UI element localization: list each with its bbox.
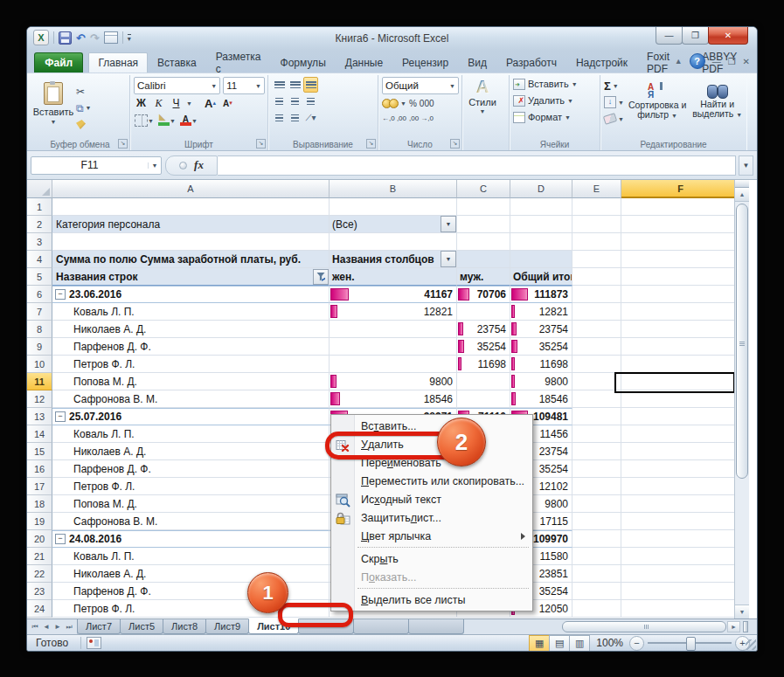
cell-B11[interactable]: 9800 [330,373,457,390]
row-header-2[interactable]: 2 [27,216,52,233]
font-size-combo[interactable]: 11▼ [223,77,265,94]
cell-C8[interactable]: 23754 [457,321,510,338]
ribbon-tab-Формулы[interactable]: Формулы [271,52,336,73]
dialog-launcher-icon[interactable]: ↘ [256,139,266,149]
workbook-restore-icon[interactable]: ❐ [728,57,736,66]
cell-E8[interactable] [572,321,621,338]
cell-C7[interactable] [457,303,510,321]
cell-F7[interactable] [621,303,734,321]
cell-A16[interactable]: Парфенов Д. Ф. [52,460,330,478]
cell-D6[interactable]: 111873 [510,286,572,303]
cell-A19[interactable]: Сафронова В. М. [52,513,330,530]
record-macro-icon[interactable] [87,637,101,649]
cell-A2[interactable]: Категория персонала [52,216,330,233]
sort-filter-button[interactable]: АЯ Сортировка и фильтр ▼ [628,77,687,126]
format-painter-button[interactable] [76,118,92,132]
dialog-launcher-icon[interactable]: ↘ [366,139,376,149]
cell-E10[interactable] [572,356,621,373]
cell-A15[interactable]: Николаев А. Д. [52,443,330,460]
zoom-out-button[interactable]: − [629,636,644,651]
select-all-corner[interactable] [27,180,52,198]
cell-F16[interactable] [621,460,734,478]
align-left-button[interactable] [272,93,287,109]
column-header-B[interactable]: B [330,180,457,198]
ribbon-tab-Вид[interactable]: Вид [458,52,496,73]
row-header-8[interactable]: 8 [27,321,52,338]
cell-F9[interactable] [621,338,734,356]
column-header-F[interactable]: F [621,180,734,198]
cell-E12[interactable] [572,390,621,408]
row-header-10[interactable]: 10 [27,356,52,373]
menu-item-цветярлычка[interactable]: Цвет ярлычка [331,527,532,545]
cell-C10[interactable]: 11698 [457,356,510,373]
row-header-21[interactable]: 21 [27,548,52,565]
column-header-C[interactable]: C [457,180,510,198]
help-icon[interactable]: ? [690,53,705,69]
row-header-6[interactable]: 6 [27,286,52,303]
cell-A17[interactable]: Петров Ф. Л. [52,478,330,495]
cell-D7[interactable]: 12821 [510,303,572,321]
cell-A21[interactable]: Коваль Л. П. [52,548,330,565]
workbook-minimize-icon[interactable]: — [712,57,721,66]
cell-F11[interactable] [621,373,734,390]
cell-B7[interactable]: 12821 [330,303,457,321]
cell-A12[interactable]: Сафронова В. М. [52,390,330,408]
split-handle[interactable] [735,180,749,188]
italic-button[interactable]: К [151,96,166,110]
menu-item-скрыть[interactable]: Скрыть [331,549,532,568]
font-color-button[interactable]: А▼ [179,114,198,128]
cell-C9[interactable]: 35254 [457,338,510,356]
row-header-14[interactable]: 14 [27,425,52,443]
horizontal-scrollbar[interactable]: ► [562,621,748,632]
cell-A22[interactable]: Николаев А. Д. [52,565,330,583]
cell-D2[interactable] [510,216,572,233]
scroll-right-icon[interactable]: ► [727,621,740,632]
menu-item-переместитьилископировать[interactable]: Переместить или скопировать... [331,472,532,490]
last-sheet-icon[interactable]: ⏭ [64,623,74,632]
cell-A1[interactable] [52,198,330,216]
cell-F8[interactable] [621,321,734,338]
cell-E2[interactable] [572,216,621,233]
cell-E20[interactable] [572,530,621,548]
cell-B8[interactable] [330,321,457,338]
find-select-button[interactable]: Найти и выделить ▼ [690,77,744,126]
cell-D12[interactable]: 18546 [510,390,572,408]
row-header-15[interactable]: 15 [27,443,52,460]
row-header-3[interactable]: 3 [27,233,52,251]
cell-D1[interactable] [510,198,572,216]
cell-F2[interactable] [621,216,734,233]
column-header-D[interactable]: D [510,180,572,198]
cell-B2[interactable]: (Все)▼ [330,216,457,233]
close-button[interactable]: ✕ [708,27,748,45]
underline-button[interactable]: Ч [169,96,184,110]
page-break-view-button[interactable]: ▥ [569,635,590,652]
cell-D8[interactable]: 23754 [510,321,572,338]
autosum-button[interactable]: Σ▼ [604,79,624,93]
ribbon-tab-Надстройк[interactable]: Надстройк [566,52,637,73]
menu-item-исходныйтекст[interactable]: Исходный текст [331,490,532,508]
cell-F1[interactable] [621,198,734,216]
cell-E19[interactable] [572,513,621,530]
cell-E18[interactable] [572,495,621,513]
cell-C11[interactable] [457,373,510,390]
cell-E9[interactable] [572,338,621,356]
cell-F3[interactable] [621,233,734,251]
cell-D4[interactable] [510,251,572,268]
increase-indent-button[interactable] [288,110,302,126]
row-header-23[interactable]: 23 [27,583,52,600]
minimize-ribbon-icon[interactable]: ▲ [675,57,683,66]
pivot-filter-dropdown-icon[interactable]: ▼ [441,216,456,232]
cell-E16[interactable] [572,460,621,478]
cell-C1[interactable] [457,198,510,216]
cell-E11[interactable] [572,373,621,390]
paste-button[interactable]: Вставить ▼ [34,77,73,129]
cell-F10[interactable] [621,356,734,373]
styles-button[interactable]: A Стили ▼ [466,77,499,114]
row-header-17[interactable]: 17 [27,478,52,495]
sheet-tab-Лист8[interactable]: Лист8 [163,619,206,634]
percent-button[interactable]: % [409,99,417,108]
cell-A11[interactable]: Попова М. Д. [52,373,330,390]
increase-font-button[interactable]: A [203,96,218,110]
bold-button[interactable]: Ж [134,96,149,110]
row-labels-filter-icon[interactable] [313,269,329,285]
